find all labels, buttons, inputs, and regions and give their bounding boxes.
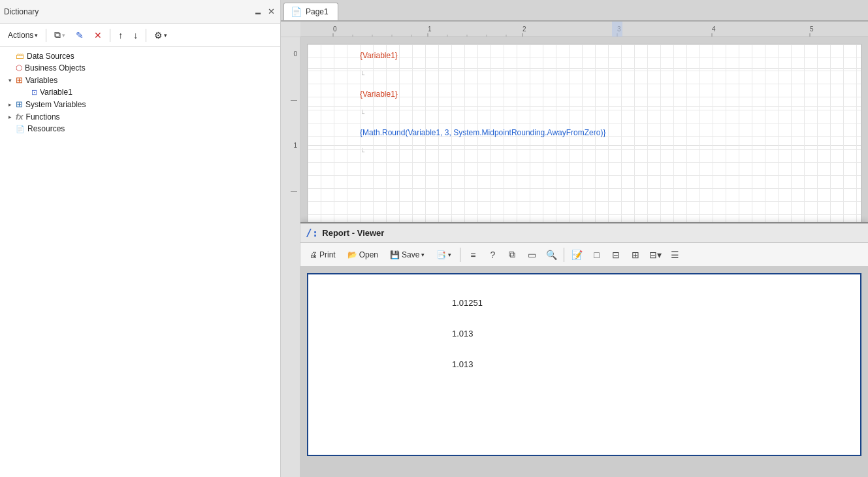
edit-viewer-icon: 📝 [571, 250, 583, 260]
actions-label: Actions [8, 31, 33, 40]
edit-viewer-btn[interactable]: 📝 [568, 246, 586, 263]
report-viewer: /: Report - Viewer 🖨 Print 📂 Open [300, 222, 868, 477]
down-btn[interactable]: ↓ [129, 27, 142, 43]
viewer-title-icon: /: [306, 227, 318, 239]
print-btn[interactable]: 🖨 Print [304, 248, 341, 262]
design-cell-1[interactable]: {Variable1} [308, 44, 861, 67]
text-btn[interactable]: ≡ [464, 246, 482, 263]
settings-btn[interactable]: ⚙ ▾ [150, 27, 171, 43]
dictionary-panel: Dictionary 🗕 ✕ Actions ▾ ⧉ ▾ ✎ ✕ ↑ ↓ [0, 0, 281, 477]
nav-arrow: ▾ [448, 252, 451, 258]
editor-main[interactable]: {Variable1} └ {Variable1} └ [300, 37, 868, 477]
viewer-sep-2 [564, 248, 564, 262]
viewer-header: /: Report - Viewer [300, 223, 868, 243]
design-cell-2[interactable]: {Variable1} [308, 83, 861, 105]
dictionary-toolbar: Actions ▾ ⧉ ▾ ✎ ✕ ↑ ↓ ⚙ ▾ [0, 24, 280, 47]
print-icon: 🖨 [310, 250, 317, 259]
open-icon: 📂 [347, 250, 357, 259]
expand-resources [5, 124, 14, 133]
search-btn[interactable]: 🔍 [542, 246, 560, 263]
page-double-icon: ⊟ [612, 250, 620, 260]
copy-btn[interactable]: ⧉ ▾ [50, 27, 69, 43]
toolbar-separator-1 [46, 29, 46, 42]
expand-system-variables[interactable]: ▸ [5, 100, 14, 109]
nav-icon: 📑 [436, 250, 446, 259]
expand-functions[interactable]: ▸ [5, 112, 14, 122]
ruler-mark-dash2: — [291, 188, 297, 195]
variable1-label: Variable1 [40, 88, 72, 97]
row-mark-3: └ [360, 148, 364, 156]
design-cell-3[interactable]: {Math.Round(Variable1, 3, System.Midpoin… [308, 122, 861, 144]
tree-item-variables[interactable]: ▾ ⊞ Variables [0, 74, 280, 86]
dictionary-title: Dictionary [4, 7, 39, 16]
viewer-content[interactable]: 1.01251 1.013 1.013 [300, 267, 868, 477]
table-menu-btn[interactable]: ⊟▾ [646, 246, 664, 263]
ruler-mark-1: — [291, 96, 297, 103]
down-icon: ↓ [133, 30, 138, 41]
search-icon: 🔍 [546, 250, 557, 260]
page-double-btn[interactable]: ⊟ [607, 246, 625, 263]
save-arrow: ▾ [421, 252, 425, 258]
ruler-mark-num1: 1 [293, 142, 297, 149]
help-btn[interactable]: ? [483, 246, 502, 263]
page-single-btn[interactable]: □ [587, 246, 605, 263]
tab-bar: 📄 Page1 [281, 0, 868, 22]
blank-row-2: └ [308, 108, 861, 122]
open-btn[interactable]: 📂 Open [342, 248, 383, 262]
table-menu-icon: ⊟▾ [649, 250, 662, 260]
business-objects-label: Business Objects [25, 63, 86, 73]
bizobj-icon: ⬡ [16, 63, 22, 73]
save-btn[interactable]: 💾 Save ▾ [385, 248, 430, 262]
row-mark-1: └ [360, 71, 364, 78]
edit-btn[interactable]: ✎ [72, 27, 88, 43]
datasrc-icon: 🗃 [16, 51, 24, 61]
svg-rect-10 [612, 22, 622, 37]
tree-item-variable1[interactable]: ⊡ Variable1 [0, 86, 280, 98]
dictionary-header: Dictionary 🗕 ✕ [0, 0, 280, 24]
actions-button[interactable]: Actions ▾ [4, 28, 42, 42]
viewer-value-1: 1.01251 [334, 288, 834, 318]
expand-variables[interactable]: ▾ [5, 76, 14, 85]
toolbar-separator-3 [146, 29, 146, 42]
svg-text:2: 2 [522, 25, 526, 33]
close-icon[interactable]: ✕ [266, 6, 276, 17]
pin-icon[interactable]: 🗕 [253, 6, 264, 17]
copy-viewer-btn[interactable]: ⧉ [503, 246, 521, 263]
tab-page1[interactable]: 📄 Page1 [283, 3, 338, 20]
blank-row-1: └ [308, 70, 861, 83]
settings-arrow: ▾ [164, 32, 167, 39]
func-icon: fx [16, 112, 24, 122]
varitem-icon: ⊡ [31, 88, 37, 97]
tree-item-resources[interactable]: 📄 Resources [0, 123, 280, 135]
tree-item-data-sources[interactable]: 🗃 Data Sources [0, 50, 280, 62]
up-icon: ↑ [118, 30, 123, 41]
cell-text-3: {Math.Round(Variable1, 3, System.Midpoin… [308, 125, 861, 140]
up-btn[interactable]: ↑ [114, 27, 127, 43]
nav-btn[interactable]: 📑 ▾ [431, 248, 457, 262]
page-full-icon: ⊞ [632, 250, 639, 260]
viewer-toolbar: 🖨 Print 📂 Open 💾 Save ▾ [300, 243, 868, 267]
copy-icon: ⧉ [54, 29, 61, 41]
expand-variable1 [21, 88, 30, 97]
right-panel: 📄 Page1 0 1 2 3 4 5 [281, 0, 868, 477]
tree-item-system-variables[interactable]: ▸ ⊞ System Variables [0, 98, 280, 110]
cell-sep-3 [308, 145, 861, 146]
tree-item-functions[interactable]: ▸ fx Functions [0, 110, 280, 123]
cell-text-2: {Variable1} [308, 87, 861, 101]
lines-btn[interactable]: ☰ [666, 246, 684, 263]
single-page-btn[interactable]: ▭ [522, 246, 541, 263]
functions-label: Functions [26, 112, 60, 122]
tree-item-business-objects[interactable]: ⬡ Business Objects [0, 62, 280, 74]
cell-sep-1 [308, 68, 861, 69]
dictionary-header-icons: 🗕 ✕ [253, 6, 276, 17]
viewer-page: 1.01251 1.013 1.013 [307, 273, 861, 456]
delete-btn[interactable]: ✕ [90, 27, 106, 43]
help-icon: ? [490, 250, 496, 260]
copy-viewer-icon: ⧉ [509, 249, 515, 260]
editor-scroll: 0 — 1 — {Variable1} └ [281, 37, 868, 477]
top-ruler: 0 1 2 3 4 5 [281, 22, 868, 37]
viewer-sep-1 [460, 248, 460, 262]
svg-text:0: 0 [333, 25, 337, 33]
toolbar-separator-2 [110, 29, 110, 42]
page-full-btn[interactable]: ⊞ [626, 246, 645, 263]
